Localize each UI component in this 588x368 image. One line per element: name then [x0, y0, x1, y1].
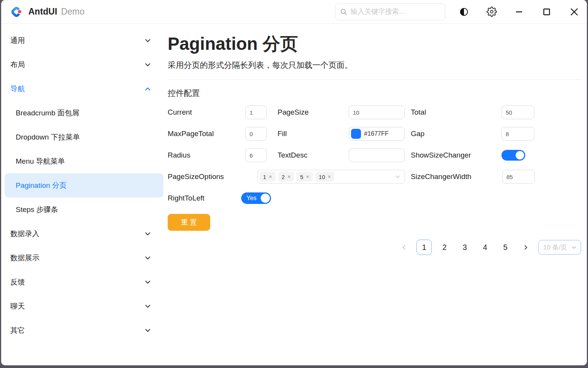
- sidebar-group-label: 通用: [10, 36, 25, 46]
- gap-label: Gap: [411, 130, 501, 138]
- config-row: Radius TextDesc ShowSizeChanger: [168, 145, 582, 166]
- pagesize-option-tag[interactable]: 1 ×: [260, 172, 276, 182]
- sidebar-group-general[interactable]: 通用: [1, 28, 164, 53]
- toggle-knob: [261, 194, 270, 203]
- config-panel: Current PageSize Total MaxPageTotal Fill…: [168, 102, 582, 209]
- sidebar-group-data-display[interactable]: 数据展示: [1, 246, 164, 270]
- theme-icon: [459, 7, 469, 17]
- page-description: 采用分页的形式分隔长列表，每次只加载一个页面。: [168, 60, 582, 71]
- pagesize-option-tag[interactable]: 5 ×: [297, 172, 313, 182]
- search-icon: [340, 8, 348, 16]
- close-button[interactable]: [562, 3, 586, 21]
- sidebar-group-chat[interactable]: 聊天: [1, 294, 164, 318]
- config-row: PageSizeOptions 1 × 2 × 5 ×: [168, 166, 582, 187]
- sidebar-item-label: Dropdown 下拉菜单: [16, 132, 80, 142]
- pagesize-option-tag[interactable]: 2 ×: [278, 172, 294, 182]
- minimize-button[interactable]: [507, 3, 531, 21]
- tag-remove-icon[interactable]: ×: [269, 174, 272, 180]
- page-size-select[interactable]: 10 条/页: [538, 240, 581, 255]
- gear-icon: [487, 7, 497, 17]
- chevron-left-icon: [401, 244, 407, 251]
- total-label: Total: [411, 108, 501, 117]
- page-button-3[interactable]: 3: [457, 240, 472, 255]
- tag-label: 2: [282, 174, 285, 180]
- textdesc-input[interactable]: [349, 148, 405, 162]
- fill-label: Fill: [278, 130, 349, 138]
- config-row: MaxPageTotal Fill #1677FF Gap: [168, 123, 582, 145]
- pagesizeoptions-label: PageSizeOptions: [168, 172, 257, 181]
- gap-input[interactable]: [501, 127, 534, 141]
- righttoleft-toggle[interactable]: Yes: [241, 192, 271, 204]
- sidebar-group-feedback[interactable]: 反馈: [1, 270, 164, 294]
- chevron-down-icon: [144, 255, 151, 261]
- sidebar-group-label: 数据展示: [10, 253, 39, 263]
- config-row: RightToLeft Yes: [168, 187, 582, 209]
- showsizechanger-toggle[interactable]: [501, 150, 525, 161]
- radius-label: Radius: [168, 151, 245, 159]
- tag-label: 10: [319, 174, 325, 180]
- sidebar-group-data-entry[interactable]: 数据录入: [1, 222, 164, 246]
- sidebar-item-steps[interactable]: Steps 步骤条: [5, 197, 163, 222]
- sizechangerwidth-label: SizeChangerWidth: [411, 172, 502, 181]
- reset-button[interactable]: 重 置: [168, 214, 210, 231]
- settings-button[interactable]: [479, 3, 504, 21]
- app-name: AntdUI: [28, 7, 57, 17]
- color-swatch: [351, 129, 361, 139]
- sidebar-group-layout[interactable]: 布局: [1, 53, 164, 77]
- pagesizeoptions-select[interactable]: 1 × 2 × 5 × 10 ×: [257, 170, 405, 184]
- search-input[interactable]: [351, 8, 440, 16]
- chevron-down-icon: [144, 61, 151, 68]
- tag-remove-icon[interactable]: ×: [306, 174, 309, 180]
- pagesize-input[interactable]: [349, 105, 405, 119]
- page-button-4[interactable]: 4: [477, 240, 493, 255]
- pagination-demo: 1 2 3 4 5 10 条/页: [168, 240, 582, 255]
- toggle-knob: [516, 151, 524, 159]
- prev-page-button[interactable]: [396, 240, 412, 255]
- maxpagetotal-label: MaxPageTotal: [168, 130, 245, 138]
- chevron-down-icon: [144, 37, 151, 44]
- sidebar-group-other[interactable]: 其它: [1, 318, 164, 342]
- chevron-down-icon: [571, 245, 577, 250]
- sidebar-group-navigation[interactable]: 导航: [1, 77, 164, 101]
- chevron-down-icon: [144, 327, 151, 334]
- current-input[interactable]: [245, 105, 267, 119]
- radius-input[interactable]: [245, 148, 267, 162]
- tag-remove-icon[interactable]: ×: [287, 174, 291, 180]
- sidebar-item-menu[interactable]: Menu 导航菜单: [5, 149, 163, 173]
- search-box[interactable]: [335, 3, 445, 20]
- fill-color-field[interactable]: #1677FF: [349, 127, 405, 141]
- sizechangerwidth-input[interactable]: [502, 170, 535, 184]
- maximize-button[interactable]: [534, 3, 559, 21]
- sidebar: 通用 布局 导航 Breadcrumb 面包屑: [1, 24, 164, 365]
- chevron-down-icon: [144, 303, 151, 310]
- page-title: Pagination 分页: [168, 32, 582, 56]
- chevron-down-icon: [395, 174, 401, 180]
- sidebar-item-breadcrumb[interactable]: Breadcrumb 面包屑: [5, 101, 163, 125]
- pagesize-option-tag[interactable]: 10 ×: [315, 172, 335, 182]
- page-button-2[interactable]: 2: [437, 240, 452, 255]
- theme-toggle-button[interactable]: [452, 3, 476, 21]
- sidebar-item-dropdown[interactable]: Dropdown 下拉菜单: [5, 125, 163, 149]
- page-button-1[interactable]: 1: [416, 240, 432, 255]
- sidebar-group-label: 数据录入: [10, 229, 39, 239]
- titlebar: AntdUI Demo: [1, 0, 587, 24]
- app-subtitle: Demo: [61, 7, 84, 17]
- tag-remove-icon[interactable]: ×: [328, 174, 331, 180]
- maximize-icon: [543, 8, 550, 16]
- sidebar-group-label: 反馈: [10, 277, 25, 287]
- minimize-icon: [515, 8, 523, 16]
- chevron-up-icon: [144, 85, 151, 92]
- total-input[interactable]: [501, 105, 534, 119]
- section-title: 控件配置: [168, 88, 582, 99]
- chevron-down-icon: [144, 279, 151, 286]
- config-row: Current PageSize Total: [168, 102, 582, 123]
- righttoleft-label: RightToLeft: [168, 194, 241, 202]
- maxpagetotal-input[interactable]: [245, 127, 267, 141]
- close-icon: [570, 8, 578, 16]
- sidebar-item-pagination[interactable]: Pagination 分页: [5, 173, 163, 197]
- textdesc-label: TextDesc: [278, 151, 349, 159]
- page-button-5[interactable]: 5: [498, 240, 513, 255]
- sidebar-group-label: 其它: [10, 325, 25, 335]
- toggle-state-text: Yes: [247, 195, 256, 202]
- next-page-button[interactable]: [518, 240, 533, 255]
